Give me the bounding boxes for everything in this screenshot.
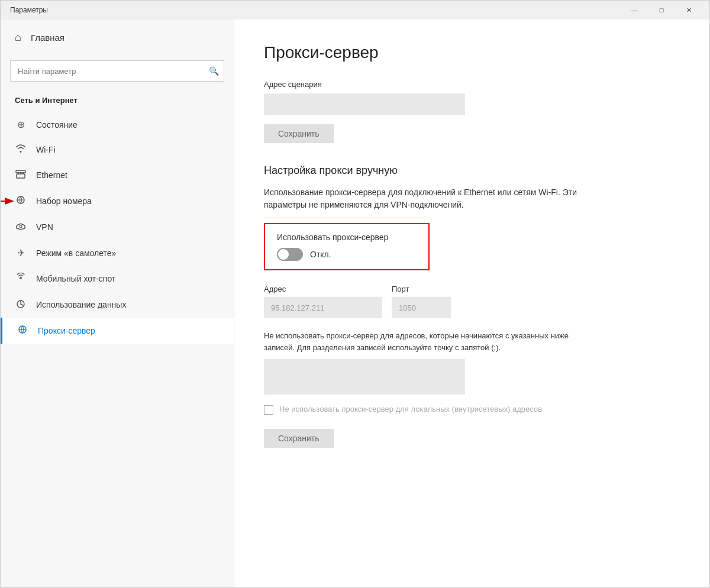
proxy-icon: [17, 325, 28, 337]
proxy-toggle-container: Использовать прокси-сервер Откл.: [264, 223, 430, 270]
sidebar-item-label: Прокси-сервер: [38, 326, 95, 335]
sidebar-item-dialup[interactable]: 4 Набор н: [1, 188, 234, 214]
sidebar-item-ethernet[interactable]: Ethernet: [1, 162, 234, 188]
address-label: Адрес: [264, 285, 382, 293]
svg-rect-1: [16, 170, 25, 173]
port-label: Порт: [392, 285, 451, 293]
toggle-state: Откл.: [310, 250, 331, 259]
search-icon[interactable]: 🔍: [203, 60, 224, 82]
content-area: ⌂ Главная 🔍 Сеть и Интернет ⊕ Состояние: [1, 20, 709, 587]
address-input[interactable]: [264, 297, 382, 318]
sidebar-item-airplane[interactable]: ✈ Режим «в самолете»: [1, 240, 234, 266]
page-title: Прокси-сервер: [264, 43, 680, 62]
manual-description: Использование прокси-сервера для подключ…: [264, 186, 595, 211]
exceptions-text: Не использовать прокси-сервер для адресо…: [264, 330, 595, 353]
manual-section-title: Настройка прокси вручную: [264, 164, 680, 177]
sidebar-item-label: Режим «в самолете»: [36, 248, 116, 258]
datausage-icon: [15, 299, 27, 311]
dialup-icon: [15, 195, 27, 207]
sidebar-item-label: Набор номера: [36, 196, 92, 206]
sidebar-item-status[interactable]: ⊕ Состояние: [1, 112, 234, 137]
sidebar-item-label: Состояние: [36, 120, 78, 130]
sidebar-item-label: Использование данных: [36, 300, 126, 309]
sidebar-item-vpn[interactable]: VPN: [1, 214, 234, 240]
search-box: 🔍: [10, 60, 224, 82]
sidebar-section-title: Сеть и Интернет: [1, 91, 234, 112]
proxy-toggle-switch[interactable]: [277, 248, 303, 261]
home-icon: ⌂: [15, 31, 21, 44]
sidebar-item-datausage[interactable]: Использование данных: [1, 292, 234, 318]
window-controls: — □ ✕: [621, 1, 702, 20]
scenario-label: Адрес сценария: [264, 80, 680, 89]
search-input[interactable]: [10, 60, 224, 82]
sidebar-home-button[interactable]: ⌂ Главная: [1, 20, 234, 56]
maximize-button[interactable]: □: [648, 1, 675, 20]
local-checkbox-label: Не использовать прокси-сервер для локаль…: [279, 404, 542, 415]
window-title: Параметры: [10, 6, 48, 14]
sidebar-item-label: Ethernet: [36, 170, 67, 180]
vpn-icon: [15, 221, 27, 233]
address-group: Адрес: [264, 285, 382, 318]
svg-rect-0: [17, 174, 25, 178]
use-proxy-label: Использовать прокси-сервер: [277, 232, 417, 242]
save-button-1[interactable]: Сохранить: [264, 124, 334, 143]
sidebar-item-label: VPN: [36, 222, 53, 232]
airplane-icon: ✈: [15, 247, 27, 259]
scenario-input[interactable]: [264, 93, 465, 115]
sidebar-item-label: Мобильный хот-спот: [36, 274, 115, 283]
titlebar: Параметры — □ ✕: [1, 1, 709, 20]
main-content: Прокси-сервер Адрес сценария Сохранить Н…: [234, 20, 709, 587]
settings-window: Параметры — □ ✕ ⌂ Главная 🔍 Сеть и Интер…: [0, 0, 710, 588]
port-input[interactable]: [392, 297, 451, 318]
address-port-row: Адрес Порт: [264, 285, 680, 318]
local-checkbox[interactable]: [264, 405, 273, 415]
save-button-2[interactable]: Сохранить: [264, 429, 334, 448]
sidebar-item-wifi[interactable]: Wi-Fi: [1, 137, 234, 162]
toggle-row: Откл.: [277, 248, 417, 261]
ethernet-icon: [15, 169, 27, 181]
sidebar: ⌂ Главная 🔍 Сеть и Интернет ⊕ Состояние: [1, 20, 234, 587]
sidebar-item-label: Wi-Fi: [36, 145, 56, 154]
svg-point-5: [20, 277, 22, 279]
home-label: Главная: [31, 33, 64, 43]
svg-point-4: [20, 225, 22, 228]
status-icon: ⊕: [15, 119, 27, 130]
minimize-button[interactable]: —: [621, 1, 648, 20]
exceptions-input[interactable]: [264, 359, 465, 395]
sidebar-item-hotspot[interactable]: Мобильный хот-спот: [1, 266, 234, 292]
port-group: Порт: [392, 285, 451, 318]
wifi-icon: [15, 144, 27, 155]
sidebar-item-proxy[interactable]: Прокси-сервер: [1, 318, 234, 344]
local-checkbox-row: Не использовать прокси-сервер для локаль…: [264, 404, 595, 415]
close-button[interactable]: ✕: [675, 1, 702, 20]
hotspot-icon: [15, 273, 27, 285]
